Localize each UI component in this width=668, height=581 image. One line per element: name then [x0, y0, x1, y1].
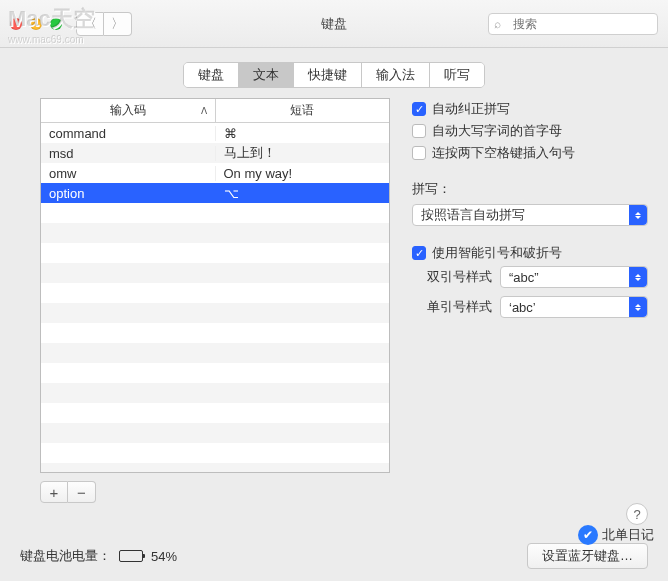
capitalize-label: 自动大写字词的首字母 [432, 122, 562, 140]
select-arrow-icon [629, 267, 647, 287]
tab-4[interactable]: 听写 [430, 63, 484, 87]
add-remove-controls: + − [40, 481, 390, 503]
options-panel: ✓ 自动纠正拼写 自动大写字词的首字母 连按两下空格键插入句号 拼写： 按照语言… [412, 98, 648, 503]
table-body[interactable]: command⌘msd马上到！omwOn my way!option⌥ [41, 123, 389, 472]
close-icon[interactable] [10, 18, 22, 30]
autocorrect-checkbox[interactable]: ✓ [412, 102, 426, 116]
single-quote-select[interactable]: ‘abc’ [500, 296, 648, 318]
tab-2[interactable]: 快捷键 [294, 63, 362, 87]
double-quote-label: 双引号样式 [412, 268, 492, 286]
capitalize-checkbox[interactable] [412, 124, 426, 138]
bluetooth-keyboard-button[interactable]: 设置蓝牙键盘… [527, 543, 648, 569]
help-button[interactable]: ? [626, 503, 648, 525]
smartquotes-label: 使用智能引号和破折号 [432, 244, 562, 262]
doublespace-checkbox[interactable] [412, 146, 426, 160]
minimize-icon[interactable] [30, 18, 42, 30]
select-arrow-icon [629, 205, 647, 225]
tab-3[interactable]: 输入法 [362, 63, 430, 87]
single-quote-label: 单引号样式 [412, 298, 492, 316]
tab-bar: 键盘文本快捷键输入法听写 [0, 62, 668, 88]
logo-icon: ✔ [578, 525, 598, 545]
column-phrase[interactable]: 短语 [216, 99, 390, 122]
table-header: 输入码 ᐱ 短语 [41, 99, 389, 123]
forward-button[interactable]: 〉 [104, 12, 132, 36]
nav-buttons: 〈 〉 [76, 12, 132, 36]
table-row[interactable]: command⌘ [41, 123, 389, 143]
battery-icon [119, 550, 143, 562]
spelling-label: 拼写： [412, 180, 648, 198]
tab-0[interactable]: 键盘 [184, 63, 239, 87]
footer: 键盘电池电量： 54% 设置蓝牙键盘… [20, 543, 648, 569]
window-controls [10, 18, 62, 30]
tab-1[interactable]: 文本 [239, 63, 294, 87]
add-button[interactable]: + [40, 481, 68, 503]
autocorrect-label: 自动纠正拼写 [432, 100, 510, 118]
remove-button[interactable]: − [68, 481, 96, 503]
column-input[interactable]: 输入码 ᐱ [41, 99, 216, 122]
search-icon: ⌕ [494, 17, 501, 31]
table-row[interactable]: option⌥ [41, 183, 389, 203]
table-row[interactable]: msd马上到！ [41, 143, 389, 163]
search-wrap: ⌕ [488, 13, 658, 35]
back-button[interactable]: 〈 [76, 12, 104, 36]
corner-watermark: ✔ 北单日记 [578, 525, 654, 545]
battery-status: 键盘电池电量： 54% [20, 547, 177, 565]
zoom-icon[interactable] [50, 18, 62, 30]
doublespace-label: 连按两下空格键插入句号 [432, 144, 575, 162]
titlebar: 〈 〉 键盘 ⌕ Mac天空 www.mac69.com [0, 0, 668, 48]
search-input[interactable] [488, 13, 658, 35]
table-row[interactable]: omwOn my way! [41, 163, 389, 183]
double-quote-select[interactable]: “abc” [500, 266, 648, 288]
smartquotes-checkbox[interactable]: ✓ [412, 246, 426, 260]
text-replacement-panel: 输入码 ᐱ 短语 command⌘msd马上到！omwOn my way!opt… [40, 98, 390, 503]
spelling-select[interactable]: 按照语言自动拼写 [412, 204, 648, 226]
select-arrow-icon [629, 297, 647, 317]
sort-indicator-icon: ᐱ [201, 106, 207, 116]
